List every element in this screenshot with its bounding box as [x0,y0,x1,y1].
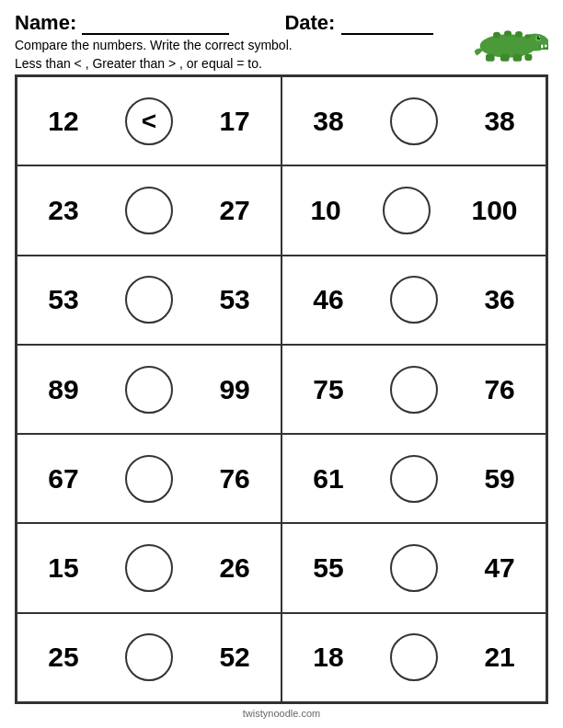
svg-point-10 [524,34,530,39]
cell-row3-left: 5353 [17,256,282,345]
page: Name: Date: Compare the numbers. Write t… [0,0,563,728]
number-left: 10 [310,195,340,226]
cell-row7-left: 2552 [17,613,282,702]
cell-row2-left: 2327 [17,165,282,255]
number-left: 38 [313,106,343,137]
header: Name: Date: Compare the numbers. Write t… [15,11,548,73]
symbol-circle[interactable] [125,544,173,592]
cell-row6-left: 1526 [17,523,282,612]
cell-row5-left: 6776 [17,434,282,523]
cell-row1-left: 12<17 [17,76,282,165]
number-right: 52 [219,642,249,673]
cell-row2-right: 10100 [282,165,546,255]
number-left: 53 [48,284,78,315]
number-left: 67 [48,463,78,495]
number-left: 75 [313,374,343,405]
cell-row6-right: 5547 [282,523,546,612]
number-left: 15 [48,552,78,584]
symbol-circle[interactable] [390,366,438,414]
cell-row7-right: 1821 [282,613,546,702]
svg-point-9 [515,31,523,37]
number-left: 12 [48,106,78,137]
number-left: 46 [313,284,343,315]
svg-rect-13 [513,54,523,62]
number-right: 59 [484,463,514,495]
svg-rect-12 [500,54,510,62]
number-left: 55 [313,552,343,584]
svg-rect-15 [541,44,543,48]
cell-row1-right: 3838 [282,76,546,165]
symbol-circle[interactable] [125,455,173,503]
symbol-circle[interactable] [390,97,438,145]
number-right: 26 [219,552,249,584]
number-right: 38 [484,106,514,137]
symbol-circle[interactable] [390,455,438,503]
cell-row3-right: 4636 [282,256,546,345]
svg-rect-11 [486,54,495,62]
number-right: 21 [484,642,514,673]
name-label: Name: [15,11,229,35]
number-right: 76 [484,374,514,405]
symbol-circle[interactable] [383,187,431,234]
symbol-circle[interactable] [125,276,173,324]
number-right: 27 [219,195,249,226]
number-right: 36 [484,284,514,315]
svg-rect-16 [545,44,546,47]
number-right: 53 [219,284,249,315]
number-left: 18 [313,642,343,673]
footer: twistynoodle.com [15,704,548,721]
symbol-circle[interactable] [390,544,438,592]
cell-row4-right: 7576 [282,345,546,434]
name-date-row: Name: Date: [15,11,433,35]
svg-point-7 [493,32,500,38]
symbol-circle[interactable] [390,633,438,681]
symbol-circle[interactable] [125,633,173,681]
svg-point-8 [504,30,511,36]
number-right: 17 [219,106,249,137]
number-right: 47 [484,552,514,584]
symbol-circle[interactable] [390,276,438,324]
symbol-circle[interactable] [125,187,173,234]
svg-rect-2 [539,44,548,50]
number-right: 76 [219,463,249,495]
number-left: 89 [48,374,78,405]
number-right: 100 [471,195,517,226]
comparison-grid: 12<1738382327101005353463689997576677661… [15,74,548,704]
number-left: 23 [48,195,78,226]
instructions: Compare the numbers. Write the correct s… [15,37,433,73]
date-label: Date: [284,11,432,35]
symbol-circle[interactable] [125,366,173,414]
name-field[interactable] [82,15,229,35]
cell-row4-left: 8999 [17,345,282,434]
cell-row5-right: 6159 [282,434,546,523]
svg-point-6 [539,37,540,38]
alligator-image [475,11,548,66]
date-field[interactable] [341,15,433,35]
number-right: 99 [219,374,249,405]
svg-rect-14 [524,54,532,61]
symbol-circle[interactable]: < [125,97,173,145]
header-left: Name: Date: Compare the numbers. Write t… [15,11,433,73]
number-left: 25 [48,642,78,673]
number-left: 61 [313,463,343,495]
